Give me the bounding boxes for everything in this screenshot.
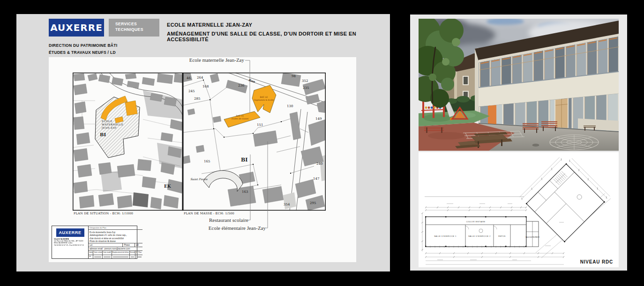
place-label: Saint Pierre [190,177,208,181]
floor-plan: SALLE D'EXERCICE 1 SALLE D'EXERCICE 2 RE… [419,152,619,267]
parcel-number: 163 [242,190,248,194]
plan-level-label: NIVEAU RDC [580,259,613,264]
services-techniques-badge: SERVICES TECHNIQUES [109,19,159,37]
document-panel: AUXERRE SERVICES TECHNIQUES ECOLE MATERN… [16,14,390,271]
parcel-number: 352 [302,79,308,83]
title-block-left: AUXERRE VILLE D'AUXERRE 14, Place de l'H… [52,226,89,258]
caption-plan-masse: PLAN DE MASSE - ECH: 1/500 [184,212,234,215]
section-ek: EK [164,184,172,189]
junction-block [526,221,539,247]
th-date-modif: Date modif. [103,251,112,255]
school-photo-svg [419,19,619,151]
revision-value-row: 00 [89,255,142,258]
services-line2: TECHNIQUES [115,27,159,32]
screenshot-root: { "left_panel": { "logo_text": "AUXERRE"… [0,0,644,286]
department-label: DIRECTION DU PATRIMOINE BÂTI ÉTUDES & TR… [49,42,117,56]
title-line1: ECOLE MATERNELLE JEAN-ZAY [167,22,390,28]
maps-row: ECOLE MATERNELLE JEAN-ZAY BI EK [73,73,326,211]
bat-bottom-desc: (Salles de classe) [232,117,249,120]
td-num-plan [135,255,142,258]
th-echelle: Echelle [130,251,136,255]
address-line3: Tél 03 86 52 07 19 - Fax 03 86 52 07 11 [54,244,88,246]
annotation-restaurant-scolaire: Restaurant scolaire [209,217,248,223]
dark-building [133,192,149,207]
lot-label: Lot [89,243,123,247]
parcel-number: 98 [292,74,296,78]
parcel-number: 46 [187,76,191,80]
bat-bottom-name: BAT. 01 [236,115,244,117]
th-emplacement: Emplacement du fichier [112,251,130,255]
lot-phase-row: Lot Phase LD [89,243,142,247]
th-indice: Indice [89,251,93,255]
parcel-number: 236 [238,84,245,88]
email-row: adresse email : prenom.nom@auxerre.com [89,247,142,250]
label-jean-zay: JEAN-ZAY [101,126,117,130]
auxerre-logo-text: AUXERRE [50,22,103,33]
td-emplacement [112,255,130,258]
phase-value: LD [135,243,142,247]
room-salle-exercice-1: SALLE D'EXERCICE 1 [434,235,457,237]
td-date-creation [93,255,103,258]
parcel-number: 149 [315,117,322,121]
revision-header-row: Indice Date création Date modif. Emplace… [89,251,142,255]
title-line2: AMÉNAGEMENT D'UNE SALLE DE CLASSE, D'UN … [167,31,390,42]
masse-map: BAT. 02 (logements & école) BAT. 01 (Sal… [183,73,326,211]
room-proprete: SALLE DE PROPRETÉ [525,236,539,238]
painted-circle-game [550,135,599,150]
parcel-number: 130 [287,104,293,108]
label-ecole: ECOLE [102,120,112,123]
title-block-logo-text: AUXERRE [59,230,81,235]
phase-label: Phase [123,243,135,247]
dept-line1: DIRECTION DU PATRIMOINE BÂTI [49,42,117,49]
parcel-number: 264 [197,76,203,80]
parcel-number: 151 [257,123,263,127]
dept-line2: ÉTUDES & TRAVAUX NEUFS / LD [49,49,117,56]
parcel-number: 240 [316,162,322,166]
floor-plan-svg: SALLE D'EXERCICE 1 SALLE D'EXERCICE 2 RE… [419,152,619,267]
manhole [532,144,539,147]
services-line1: SERVICES [115,21,159,27]
label-maternelle: MATERNELLE [102,123,123,126]
school-photo [419,19,619,151]
parcel-number: 245 [188,89,195,93]
room-repos: REPOS [498,235,506,237]
situation-map: ECOLE MATERNELLE JEAN-ZAY BI EK [73,73,183,211]
title-block: AUXERRE VILLE D'AUXERRE 14, Place de l'H… [52,226,137,259]
caption-plan-situation: PLAN DE SITUATION - ECH: 1/1000 [74,212,133,215]
designation-block: Ecole maternelle Jean-Zay Aménagement d'… [89,230,142,243]
room-salle-exercice-2: SALLE D'EXERCICE 2 [468,235,491,237]
parcel-number: 147 [313,177,319,181]
section-bi: BI [100,132,106,137]
title-block-right: Désignation du Plan Ecole maternelle Jea… [89,226,142,258]
parcel-number: 295 [310,201,316,205]
revision-table: Indice Date création Date modif. Emplace… [89,250,142,258]
designation-header: Désignation du Plan [89,226,142,230]
bat-top-name: BAT. 02 [260,96,268,98]
orange-wall-panel [488,105,496,124]
auxerre-logo: AUXERRE [49,19,104,37]
parcel-number: 285 [194,97,200,101]
annotation-ecole-elementaire: Ecole élémentaire Jean-Zay [209,225,266,231]
parcel-number: 165 [204,160,210,163]
title-block-logo: AUXERRE [56,228,84,237]
annotation-ecole-maternelle: Ecole maternelle Jean-Zay [49,57,244,63]
title-block-address: VILLE D'AUXERRE 14, Place de l'Hôtel de … [54,238,88,246]
td-echelle [130,255,136,258]
designation-line4: Plans de situation & masse [90,240,142,242]
th-num-plan: N° Plan [135,251,142,255]
section-bi: BI [241,157,247,163]
bat-top-desc: (logements & école) [254,99,274,101]
drawing-sheet: Ecole maternelle Jean-Zay Restaurant sco… [49,57,356,262]
th-date-creation: Date création [93,251,103,255]
project-title: ECOLE MATERNELLE JEAN-ZAY AMÉNAGEMENT D'… [167,22,390,42]
td-indice: 00 [89,255,93,258]
room-couloir: COULOIR VESTIAIRE [466,221,486,223]
td-date-modif [103,255,112,258]
parcel-number: 235 [303,86,309,90]
parcel-number: 354 [284,203,290,206]
images-panel: SALLE D'EXERCICE 1 SALLE D'EXERCICE 2 RE… [410,15,627,271]
parcel-number: 168 [202,85,209,88]
